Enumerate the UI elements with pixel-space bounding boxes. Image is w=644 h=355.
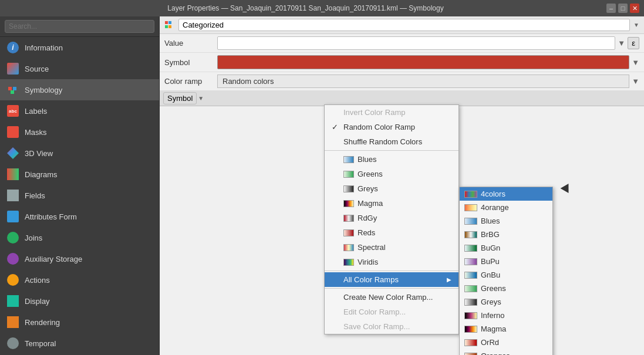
menu-label-random: Random Color Ramp [343,123,415,131]
sidebar-item-masks[interactable]: Masks [0,121,159,143]
sidebar-item-fields[interactable]: Fields [0,185,159,206]
sidebar-item-source[interactable]: Source [0,58,159,79]
menu-item-reds[interactable]: Reds [325,225,458,240]
submenu-item-oranges[interactable]: Oranges [460,349,552,355]
masks-icon [7,126,19,138]
menu-item-invert[interactable]: Invert Color Ramp [325,105,458,120]
submenu-item-inferno[interactable]: Inferno [460,309,552,322]
menu-label-greens: Greens [358,170,383,178]
menu-item-save[interactable]: Save Color Ramp... [325,319,458,334]
joins-icon [7,232,19,244]
auxstorage-icon [7,253,19,265]
labels-icon: abc [7,105,19,117]
menu-label-save: Save Color Ramp... [343,322,410,331]
submenu-item-brbg[interactable]: BrBG [460,228,552,241]
symbol-dropdown-icon: ▼ [632,58,639,67]
menu-item-rdgy[interactable]: RdGy [325,211,458,225]
swatch-greys [343,185,354,192]
value-epsilon-button[interactable]: ε [628,37,639,49]
close-button[interactable]: ✕ [630,4,639,13]
temporal-icon [7,337,19,349]
svg-rect-0 [8,87,12,90]
sidebar-item-labels[interactable]: abc Labels [0,100,159,121]
colorramp-row: Color ramp Random colors ▼ [160,72,644,91]
swatch-spectral [343,244,354,251]
sidebar-item-joins[interactable]: Joins [0,227,159,248]
value-row: Value ▼ ε [160,34,644,53]
submenu-label-4colors: 4colors [481,190,505,198]
sidebar-label-actions: Actions [25,276,50,285]
submenu-item-blues[interactable]: Blues [460,214,552,228]
submenu-item-greens[interactable]: Greens [460,282,552,295]
submenu-item-greys[interactable]: Greys [460,295,552,309]
submenu-swatch-greys [464,299,477,306]
sidebar-item-display[interactable]: Display [0,290,159,312]
menu-item-greens[interactable]: Greens [325,167,458,181]
symbol-bar[interactable] [217,55,629,69]
submenu-item-orrd[interactable]: OrRd [460,336,552,349]
tab-symbol[interactable]: Symbol [163,92,197,104]
menu-item-blues[interactable]: Blues [325,152,458,167]
menu-item-create[interactable]: Create New Color Ramp... [325,290,458,305]
menu-item-random[interactable]: ✓ Random Color Ramp [325,120,458,134]
content-topbar: Categorized ▼ [160,16,644,34]
sidebar-item-symbology[interactable]: Symbology [0,79,159,100]
info-icon: i [7,42,19,53]
submenu-label-bugn: BuGn [481,244,500,252]
submenu-label-orrd: OrRd [481,338,499,347]
minimize-button[interactable]: – [606,4,616,13]
colorramp-control: Random colors ▼ [217,75,639,88]
submenu-item-magma[interactable]: Magma [460,322,552,336]
submenu-item-4orange[interactable]: 4orange [460,201,552,214]
menu-item-greys[interactable]: Greys [325,181,458,196]
menu-item-shuffle[interactable]: Shuffle Random Colors [325,134,458,149]
submenu-item-bugn[interactable]: BuGn [460,241,552,255]
restore-button[interactable]: □ [618,4,628,13]
renderer-select[interactable]: Categorized [178,19,630,31]
menu-divider-3 [325,288,458,289]
swatch-magma [343,200,354,207]
svg-rect-3 [165,21,168,24]
menu-item-spectral[interactable]: Spectral [325,240,458,255]
menu-divider-2 [325,271,458,271]
sidebar-label-temporal: Temporal [25,339,56,348]
sidebar-item-rendering[interactable]: Rendering [0,312,159,333]
sidebar-item-auxiliarystorage[interactable]: Auxiliary Storage [0,248,159,269]
menu-label-greys: Greys [358,184,378,193]
menu-item-edit[interactable]: Edit Color Ramp... [325,305,458,319]
colorramp-dropdown-icon: ▼ [632,77,639,86]
sidebar-item-diagrams[interactable]: Diagrams [0,164,159,185]
menu-label-allcolorramps: All Color Ramps [343,275,399,284]
svg-rect-6 [168,25,171,28]
submenu-item-bupu[interactable]: BuPu [460,255,552,268]
menu-item-allcolorramps[interactable]: All Color Ramps ▶ [325,272,458,287]
swatch-rdgy [343,215,354,222]
value-control: ▼ ε [217,36,639,50]
content-area: Categorized ▼ Value ▼ ε Symbol ▼ [160,16,644,355]
value-label: Value [164,39,217,48]
submenu-item-gnbu[interactable]: GnBu [460,268,552,282]
submenu-item-4colors[interactable]: 4colors [460,187,552,201]
search-input[interactable] [5,20,154,33]
swatch-blues [343,156,354,163]
value-input[interactable] [217,36,615,50]
submenu-swatch-inferno [464,312,477,319]
sidebar-label-masks: Masks [25,128,47,137]
menu-item-magma[interactable]: Magma [325,196,458,211]
colorramp-value[interactable]: Random colors [217,75,629,88]
attrform-icon [7,211,19,222]
sidebar-label-auxiliarystorage: Auxiliary Storage [25,255,82,263]
context-menu: Invert Color Ramp ✓ Random Color Ramp Sh… [324,104,459,334]
dropdown-arrow-icon: ▼ [633,22,639,28]
sidebar-label-symbology: Symbology [25,86,62,94]
sidebar-item-attributesform[interactable]: Attributes Form [0,206,159,227]
sidebar-item-actions[interactable]: Actions [0,269,159,290]
sidebar-item-3dview[interactable]: 3D View [0,143,159,164]
menu-item-viridis[interactable]: Viridis [325,255,458,269]
sidebar-item-information[interactable]: i Information [0,37,159,58]
sidebar-label-fields: Fields [25,191,45,200]
menu-label-invert: Invert Color Ramp [343,108,405,117]
submenu-swatch-magma [464,326,477,333]
sidebar-item-temporal[interactable]: Temporal [0,333,159,354]
value-dropdown-icon: ▼ [618,39,625,48]
